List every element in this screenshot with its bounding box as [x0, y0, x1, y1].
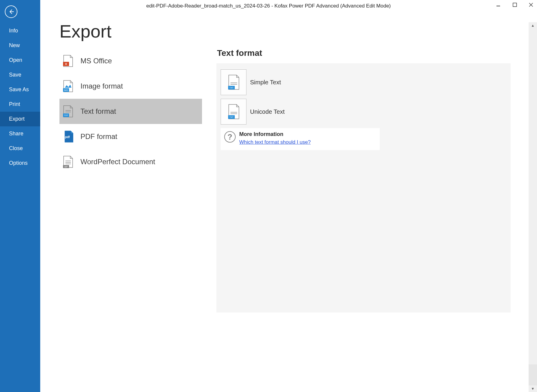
svg-text:.pdf: .pdf: [64, 135, 70, 139]
format-ms-office[interactable]: O MS Office: [59, 48, 202, 74]
format-wordperfect[interactable]: WP WordPerfect Document: [59, 149, 202, 174]
sidebar-item-label: Open: [9, 57, 22, 63]
sidebar-item-label: Save As: [9, 86, 29, 92]
detail-title: Text format: [216, 48, 511, 58]
format-label: Text format: [80, 107, 116, 116]
detail-panel: Text format TXT Simple Text: [216, 48, 511, 312]
sidebar-item-label: Print: [9, 101, 20, 107]
sidebar-item-save[interactable]: Save: [0, 68, 40, 82]
more-info-card: ? More Information Which text format sho…: [221, 128, 380, 150]
svg-rect-0: [496, 6, 500, 6]
sidebar-item-label: Info: [9, 28, 18, 34]
scroll-up-arrow[interactable]: ▲: [529, 22, 537, 29]
svg-text:IMG: IMG: [64, 89, 68, 91]
help-icon: ?: [224, 131, 236, 143]
svg-text:TXT: TXT: [229, 87, 234, 89]
format-label: Image format: [80, 82, 123, 90]
export-format-list: O MS Office IMG Image format: [59, 48, 202, 312]
maximize-button[interactable]: [511, 1, 518, 8]
info-heading: More Information: [239, 131, 311, 137]
text-icon: TXT: [62, 105, 74, 118]
titlebar: edit-PDF-Adobe-Reader_broad-match_us_202…: [0, 0, 537, 10]
sidebar-item-label: Save: [9, 72, 21, 78]
option-label: Simple Text: [250, 79, 281, 86]
sidebar-item-label: New: [9, 42, 20, 48]
sidebar-item-label: Share: [9, 131, 23, 137]
svg-text:WP: WP: [64, 166, 68, 168]
sidebar-item-label: Options: [9, 160, 28, 166]
svg-text:TXT: TXT: [229, 116, 234, 118]
format-label: PDF format: [80, 132, 117, 141]
svg-text:TXT: TXT: [64, 114, 68, 116]
sidebar-item-save-as[interactable]: Save As: [0, 82, 40, 97]
sidebar-item-options[interactable]: Options: [0, 156, 40, 170]
format-image[interactable]: IMG Image format: [59, 74, 202, 99]
info-text-block: More Information Which text format shoul…: [239, 131, 311, 145]
info-link[interactable]: Which text format should I use?: [239, 139, 311, 145]
minimize-button[interactable]: [495, 1, 502, 8]
svg-text:O: O: [65, 62, 67, 65]
option-unicode-text-row: TXT Unicode Text: [221, 99, 506, 125]
sidebar-item-close[interactable]: Close: [0, 141, 40, 156]
sidebar-item-share[interactable]: Share: [0, 126, 40, 141]
page-title: Export: [59, 21, 529, 42]
text-file-icon: TXT: [228, 104, 240, 119]
text-file-icon: TXT: [228, 74, 240, 90]
pdf-icon: .pdf: [62, 130, 74, 143]
sidebar-item-label: Close: [9, 145, 23, 151]
svg-rect-1: [513, 3, 517, 7]
format-label: WordPerfect Document: [80, 158, 155, 166]
option-unicode-text[interactable]: TXT: [221, 99, 246, 125]
scroll-thumb[interactable]: [529, 364, 537, 385]
format-pdf[interactable]: .pdf PDF format: [59, 124, 202, 149]
vertical-scrollbar[interactable]: ▲ ▼: [529, 22, 537, 392]
content-area: Export O MS Office: [40, 0, 529, 392]
backstage-sidebar: Info New Open Save Save As Print Export …: [0, 0, 40, 392]
window-controls: [495, 1, 535, 8]
window-title: edit-PDF-Adobe-Reader_broad-match_us_202…: [146, 1, 391, 9]
wordperfect-icon: WP: [62, 155, 74, 168]
close-button[interactable]: [527, 1, 535, 8]
image-icon: IMG: [62, 80, 74, 93]
sidebar-item-open[interactable]: Open: [0, 53, 40, 68]
format-text[interactable]: TXT Text format: [59, 99, 202, 124]
main-layout: O MS Office IMG Image format: [40, 48, 529, 312]
msoffice-icon: O: [62, 54, 74, 68]
sidebar-item-info[interactable]: Info: [0, 23, 40, 38]
option-label: Unicode Text: [250, 108, 285, 115]
detail-body: TXT Simple Text TXT: [216, 63, 511, 312]
sidebar-item-print[interactable]: Print: [0, 97, 40, 112]
scroll-down-arrow[interactable]: ▼: [529, 385, 537, 392]
sidebar-item-new[interactable]: New: [0, 38, 40, 53]
option-simple-text-row: TXT Simple Text: [221, 69, 506, 95]
sidebar-item-export[interactable]: Export: [0, 112, 40, 126]
format-label: MS Office: [80, 57, 112, 65]
option-simple-text[interactable]: TXT: [221, 69, 246, 95]
sidebar-item-label: Export: [9, 116, 25, 122]
